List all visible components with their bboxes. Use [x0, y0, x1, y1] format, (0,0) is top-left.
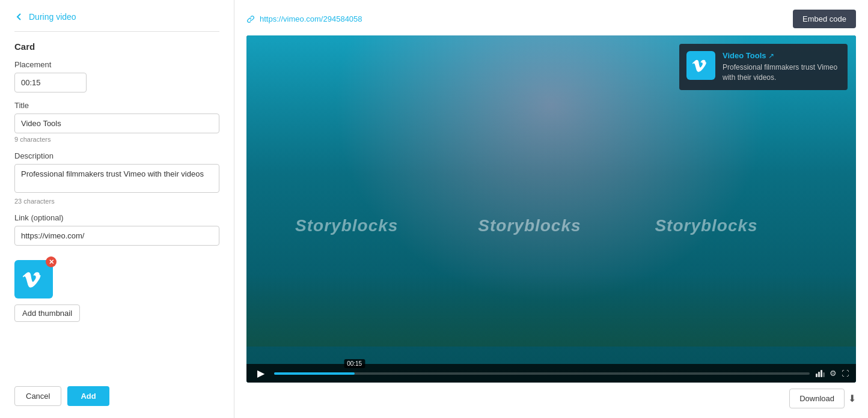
progress-bar[interactable]: 00:15 — [274, 372, 810, 375]
play-button[interactable]: ▶ — [254, 368, 268, 379]
player-controls: ▶ 00:15 ⚙ ⛶ — [246, 364, 856, 383]
thumbnail-preview: ✕ — [14, 260, 53, 298]
video-url-text: https://vimeo.com/294584058 — [260, 14, 362, 23]
description-input[interactable] — [14, 164, 219, 193]
right-panel: https://vimeo.com/294584058 Embed code S… — [234, 0, 868, 418]
description-char-count: 23 characters — [14, 198, 219, 205]
video-header: https://vimeo.com/294584058 Embed code — [246, 10, 856, 28]
title-label: Title — [14, 101, 219, 110]
control-icons: ⚙ ⛶ — [816, 369, 849, 378]
video-player: Storyblocks Storyblocks Storyblocks Vide… — [246, 35, 856, 383]
download-button[interactable]: Download — [789, 389, 845, 408]
bottom-actions: Cancel Add — [14, 377, 219, 406]
description-field-group: Description 23 characters — [14, 151, 219, 205]
thumbnail-area: ✕ Add thumbnail — [14, 260, 219, 322]
link-field-group: Link (optional) — [14, 213, 219, 246]
placement-label: Placement — [14, 60, 219, 69]
settings-icon[interactable]: ⚙ — [830, 369, 837, 378]
title-char-count: 9 characters — [14, 136, 219, 143]
cancel-button[interactable]: Cancel — [14, 386, 61, 406]
placement-input[interactable] — [14, 73, 87, 92]
card-arrow-icon: ↗ — [768, 52, 774, 60]
card-overlay: Video Tools ↗ Professional filmmakers tr… — [679, 44, 848, 90]
link-label: Link (optional) — [14, 213, 219, 222]
progress-bar-fill — [274, 372, 355, 375]
download-row: Download ⬇ — [246, 389, 856, 408]
time-tooltip: 00:15 — [344, 359, 365, 368]
placement-field-group: Placement — [14, 60, 219, 92]
embed-code-button[interactable]: Embed code — [793, 10, 856, 28]
back-nav[interactable]: During video — [14, 12, 219, 22]
divider — [14, 31, 219, 32]
link-icon — [246, 15, 255, 23]
volume-bars-icon[interactable] — [816, 370, 825, 377]
card-text-area: Video Tools ↗ Professional filmmakers tr… — [723, 51, 837, 83]
vimeo-thumb-icon — [23, 268, 44, 290]
title-field-group: Title 9 characters — [14, 101, 219, 143]
card-description: Professional filmmakers trust Vimeowith … — [723, 62, 837, 83]
card-title: Video Tools — [723, 51, 766, 60]
fullscreen-icon[interactable]: ⛶ — [842, 369, 849, 378]
download-arrow-icon[interactable]: ⬇ — [848, 393, 856, 404]
card-section-label: Card — [14, 41, 219, 52]
left-panel: During video Card Placement Title 9 char… — [0, 0, 234, 418]
back-arrow-icon — [14, 12, 24, 22]
card-vimeo-logo — [686, 51, 715, 80]
add-button[interactable]: Add — [67, 386, 109, 406]
vimeo-logo-icon — [692, 57, 709, 74]
video-url-link[interactable]: https://vimeo.com/294584058 — [246, 14, 362, 23]
thumbnail-remove-button[interactable]: ✕ — [46, 256, 57, 267]
link-input[interactable] — [14, 226, 219, 246]
description-label: Description — [14, 151, 219, 160]
card-title-row: Video Tools ↗ — [723, 51, 837, 60]
add-thumbnail-button[interactable]: Add thumbnail — [14, 304, 80, 322]
back-nav-label: During video — [29, 12, 76, 22]
title-input[interactable] — [14, 114, 219, 133]
